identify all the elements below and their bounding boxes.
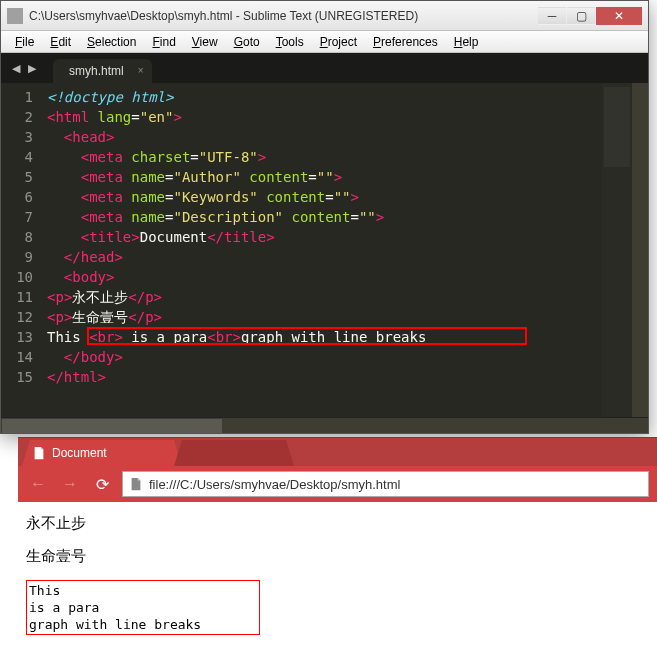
line-number: 15 xyxy=(1,367,33,387)
line-number: 13 xyxy=(1,327,33,347)
chrome-toolbar: ← → ⟳ file:///C:/Users/smyhvae/Desktop/s… xyxy=(18,466,657,502)
menu-find[interactable]: Find xyxy=(146,33,181,51)
code-text: <!doctype html> xyxy=(47,89,173,105)
titlebar: C:\Users\smyhvae\Desktop\smyh.html - Sub… xyxy=(1,1,648,31)
br-line-3: graph with line breaks xyxy=(29,616,257,633)
line-number: 11 xyxy=(1,287,33,307)
line-gutter: 1 2 3 4 5 6 7 8 9 10 11 12 13 14 15 xyxy=(1,83,41,417)
browser-tab[interactable]: Document xyxy=(22,440,182,466)
menu-goto[interactable]: Goto xyxy=(228,33,266,51)
line-number: 9 xyxy=(1,247,33,267)
menu-preferences[interactable]: Preferences xyxy=(367,33,444,51)
file-tab-label: smyh.html xyxy=(69,64,124,78)
file-tab[interactable]: smyh.html × xyxy=(53,59,152,83)
menu-selection[interactable]: Selection xyxy=(81,33,142,51)
menubar: File Edit Selection Find View Goto Tools… xyxy=(1,31,648,53)
tab-next-icon[interactable]: ▶ xyxy=(25,61,39,75)
line-number: 12 xyxy=(1,307,33,327)
reload-button[interactable]: ⟳ xyxy=(90,472,114,496)
menu-tools[interactable]: Tools xyxy=(270,33,310,51)
close-button[interactable]: ✕ xyxy=(596,7,642,25)
line-number: 8 xyxy=(1,227,33,247)
forward-button[interactable]: → xyxy=(58,472,82,496)
line-number: 10 xyxy=(1,267,33,287)
file-favicon-icon xyxy=(32,446,46,460)
paragraph-1: 永不止步 xyxy=(26,514,649,533)
line-break-box: This is a para graph with line breaks xyxy=(26,580,260,635)
line-number: 3 xyxy=(1,127,33,147)
line-number: 1 xyxy=(1,87,33,107)
line-number: 7 xyxy=(1,207,33,227)
chrome-tabbar: Document xyxy=(18,438,657,466)
horizontal-scrollbar[interactable] xyxy=(1,417,648,433)
minimap-viewport[interactable] xyxy=(604,87,630,167)
minimize-button[interactable]: ─ xyxy=(538,7,566,25)
file-icon xyxy=(129,477,143,491)
close-tab-icon[interactable]: × xyxy=(138,65,144,76)
chrome-window: Document ← → ⟳ file:///C:/Users/smyhvae/… xyxy=(18,437,657,643)
maximize-button[interactable]: ▢ xyxy=(567,7,595,25)
line-number: 6 xyxy=(1,187,33,207)
sublime-window: C:\Users\smyhvae\Desktop\smyh.html - Sub… xyxy=(0,0,649,434)
window-title: C:\Users\smyhvae\Desktop\smyh.html - Sub… xyxy=(29,9,537,23)
menu-view[interactable]: View xyxy=(186,33,224,51)
address-bar[interactable]: file:///C:/Users/smyhvae/Desktop/smyh.ht… xyxy=(122,471,649,497)
code-area[interactable]: <!doctype html> <html lang="en"> <head> … xyxy=(41,83,602,417)
paragraph-2: 生命壹号 xyxy=(26,547,649,566)
line-number: 2 xyxy=(1,107,33,127)
horizontal-scroll-thumb[interactable] xyxy=(2,419,222,433)
vertical-scrollbar[interactable] xyxy=(632,83,648,417)
menu-project[interactable]: Project xyxy=(314,33,363,51)
line-number: 5 xyxy=(1,167,33,187)
browser-tab-title: Document xyxy=(52,446,107,460)
back-button[interactable]: ← xyxy=(26,472,50,496)
menu-help[interactable]: Help xyxy=(448,33,485,51)
menu-edit[interactable]: Edit xyxy=(44,33,77,51)
app-icon xyxy=(7,8,23,24)
menu-file[interactable]: File xyxy=(9,33,40,51)
editor[interactable]: 1 2 3 4 5 6 7 8 9 10 11 12 13 14 15 <!do… xyxy=(1,83,648,417)
tab-prev-icon[interactable]: ◀ xyxy=(9,61,23,75)
line-number: 14 xyxy=(1,347,33,367)
url-text: file:///C:/Users/smyhvae/Desktop/smyh.ht… xyxy=(149,477,400,492)
br-line-2: is a para xyxy=(29,599,257,616)
browser-tab-blank[interactable] xyxy=(174,440,294,466)
line-number: 4 xyxy=(1,147,33,167)
br-line-1: This xyxy=(29,582,257,599)
minimap[interactable] xyxy=(602,83,632,417)
page-body: 永不止步 生命壹号 This is a para graph with line… xyxy=(18,502,657,643)
tab-bar: ◀ ▶ smyh.html × xyxy=(1,53,648,83)
